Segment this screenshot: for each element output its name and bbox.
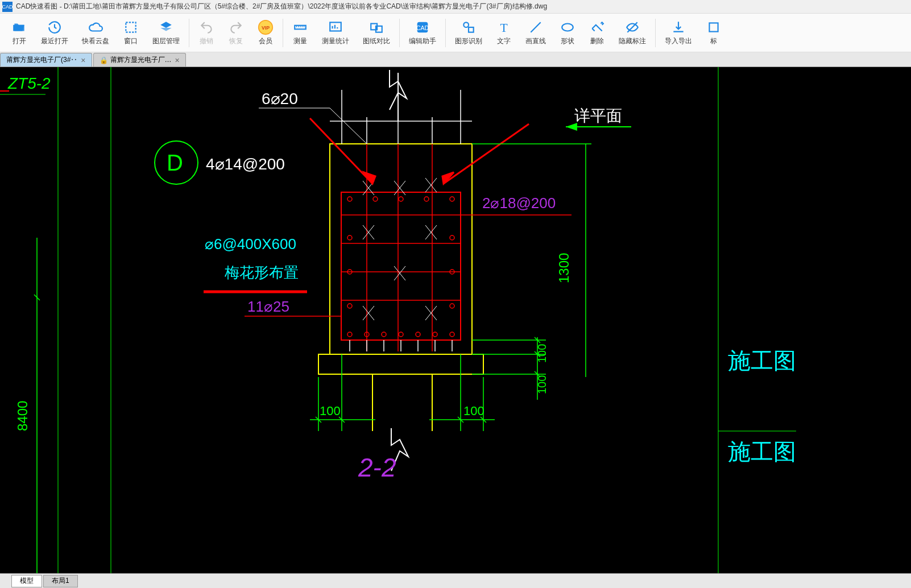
toolbar-mark[interactable]: 标 xyxy=(699,17,728,48)
import-export-icon xyxy=(670,19,686,35)
document-tabs: 莆辉方显光电子厂(3#‥×🔒莆辉方显光电子厂…× xyxy=(0,52,911,67)
watermark-text: 施工图 xyxy=(728,439,796,464)
toolbar-delete[interactable]: 删除 xyxy=(582,17,612,48)
toolbar-shape[interactable]: 形状 xyxy=(553,17,582,48)
document-tab[interactable]: 🔒莆辉方显光电子厂…× xyxy=(93,53,186,67)
dimension-1300: 1300 xyxy=(556,253,572,283)
svg-marker-91 xyxy=(566,123,577,131)
svg-rect-10 xyxy=(469,27,474,32)
toolbar-import-export[interactable]: 导入导出 xyxy=(658,17,699,48)
tab-label: 莆辉方显光电子厂(3#‥ xyxy=(6,55,77,65)
layout-tabs: 模型布局1 xyxy=(0,573,911,588)
toolbar-label: 快看云盘 xyxy=(82,36,109,46)
svg-point-41 xyxy=(399,197,403,201)
layout-tab-model[interactable]: 模型 xyxy=(11,575,42,587)
grid-bubble-d: D xyxy=(167,150,183,175)
app-logo-icon: CAD xyxy=(2,2,13,12)
toolbar-label: 恢复 xyxy=(229,36,243,46)
toolbar-separator xyxy=(283,19,283,47)
toolbar-label: 画直线 xyxy=(525,36,546,46)
cloud-icon xyxy=(88,19,103,35)
dimension-100: 100 xyxy=(320,404,341,418)
close-icon[interactable]: × xyxy=(81,56,85,65)
svg-point-50 xyxy=(347,332,352,337)
text-icon: T xyxy=(496,19,512,35)
svg-point-39 xyxy=(347,197,352,201)
svg-line-86 xyxy=(310,118,372,184)
svg-point-40 xyxy=(373,197,378,201)
toolbar-label: 标 xyxy=(710,36,717,46)
folder-open-icon xyxy=(11,19,27,35)
toolbar-label: 会员 xyxy=(259,36,272,46)
cad-canvas[interactable]: ZT5-2 D 6⌀20 4⌀14@200 xyxy=(0,67,911,573)
edit-assist-icon: CAD xyxy=(415,19,430,35)
toolbar-folder-open[interactable]: 打开 xyxy=(5,17,34,48)
mark-icon xyxy=(706,19,722,35)
toolbar-undo: 撤销 xyxy=(192,17,221,48)
file-path: D:\莆田工地\莆田市莆辉方显光电子有限公司厂区（5#综合楼、2#厂房及值班室）… xyxy=(64,2,547,11)
toolbar-hide[interactable]: 隐藏标注 xyxy=(612,17,653,48)
toolbar-label: 编辑助手 xyxy=(409,36,436,46)
main-toolbar: 打开最近打开快看云盘窗口图层管理撤销恢复VIP会员测量测量统计图纸对比CAD编辑… xyxy=(0,14,911,52)
history-icon xyxy=(47,19,63,35)
close-icon[interactable]: × xyxy=(175,56,180,65)
svg-point-13 xyxy=(562,24,573,31)
toolbar-label: 最近打开 xyxy=(41,36,68,46)
toolbar-label: 形状 xyxy=(561,36,574,46)
toolbar-compare[interactable]: 图纸对比 xyxy=(356,17,397,48)
toolbar-label: 导入导出 xyxy=(665,36,692,46)
toolbar-edit-assist[interactable]: CAD编辑助手 xyxy=(402,17,443,48)
grid-label: ZT5-2 xyxy=(7,74,51,92)
svg-point-49 xyxy=(450,304,454,308)
svg-text:T: T xyxy=(500,21,507,35)
toolbar-stats[interactable]: 测量统计 xyxy=(315,17,356,48)
svg-point-55 xyxy=(433,332,437,337)
document-tab[interactable]: 莆辉方显光电子厂(3#‥× xyxy=(0,53,92,67)
rebar-annotation: ⌀6@400X600 xyxy=(205,235,296,252)
line-icon xyxy=(528,19,544,35)
toolbar-label: 测量 xyxy=(293,36,307,46)
svg-point-54 xyxy=(416,332,420,337)
rebar-annotation: 2⌀18@200 xyxy=(482,194,556,212)
tab-label: 莆辉方显光电子厂… xyxy=(110,55,172,65)
delete-icon xyxy=(589,19,605,35)
toolbar-label: 窗口 xyxy=(124,36,138,46)
toolbar-layers[interactable]: 图层管理 xyxy=(146,17,187,48)
title-bar: CAD CAD快速看图 - D:\莆田工地\莆田市莆辉方显光电子有限公司厂区（5… xyxy=(0,0,911,14)
toolbar-label: 图形识别 xyxy=(455,36,482,46)
svg-point-45 xyxy=(450,235,454,240)
toolbar-label: 删除 xyxy=(590,36,604,46)
app-title: CAD快速看图 xyxy=(16,2,57,11)
undo-icon xyxy=(198,19,214,35)
toolbar-line[interactable]: 画直线 xyxy=(519,17,553,48)
redo-icon xyxy=(228,19,244,35)
svg-text:VIP: VIP xyxy=(262,25,270,31)
svg-point-48 xyxy=(347,304,352,308)
toolbar-separator xyxy=(445,19,446,47)
rebar-annotation: 11⌀25 xyxy=(247,298,289,315)
layout-tab-layout[interactable]: 布局1 xyxy=(43,575,78,587)
svg-point-53 xyxy=(399,332,403,337)
svg-point-9 xyxy=(463,22,469,27)
svg-line-22 xyxy=(330,108,367,144)
shape-rec-icon xyxy=(461,19,477,35)
toolbar-separator xyxy=(399,19,400,47)
toolbar-label: 图纸对比 xyxy=(363,36,390,46)
toolbar-text[interactable]: T文字 xyxy=(489,17,519,48)
toolbar-vip[interactable]: VIP会员 xyxy=(251,17,280,48)
toolbar-measure[interactable]: 测量 xyxy=(285,17,315,48)
svg-point-43 xyxy=(450,197,454,201)
toolbar-cloud[interactable]: 快看云盘 xyxy=(75,17,116,48)
svg-point-44 xyxy=(347,235,352,240)
lock-icon: 🔒 xyxy=(100,56,108,64)
toolbar-shape-rec[interactable]: 图形识别 xyxy=(448,17,489,48)
watermark-text: 施工图 xyxy=(728,348,796,373)
toolbar-window[interactable]: 窗口 xyxy=(116,17,146,48)
dimension-8400: 8400 xyxy=(15,401,30,431)
svg-line-88 xyxy=(444,124,529,184)
dimension-100: 100 xyxy=(536,375,548,394)
svg-marker-87 xyxy=(364,172,375,184)
toolbar-history[interactable]: 最近打开 xyxy=(34,17,75,48)
detail-plan-label: 详平面 xyxy=(574,107,622,125)
stats-icon xyxy=(328,19,343,35)
